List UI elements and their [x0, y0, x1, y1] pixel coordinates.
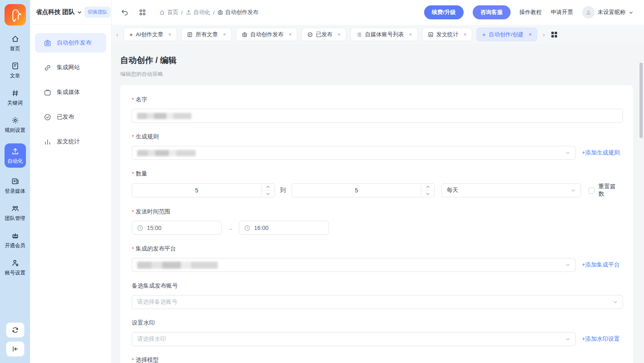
- chevron-down-icon[interactable]: [77, 10, 82, 15]
- close-icon[interactable]: ×: [223, 31, 226, 37]
- time-start-picker[interactable]: 15:00: [132, 221, 222, 235]
- add-watermark-link[interactable]: +添加水印设置: [582, 335, 620, 343]
- select-placeholder: 请选择水印: [137, 335, 166, 343]
- quantity-to-input[interactable]: [292, 184, 434, 197]
- sidebar-item-articles[interactable]: 文章: [10, 62, 20, 80]
- tab-auto-create-new[interactable]: + 自动创作/创建 ×: [476, 28, 537, 41]
- close-icon[interactable]: ×: [338, 31, 341, 37]
- check-circle-icon: [44, 113, 51, 121]
- reset-count-checkbox[interactable]: 重置篇数: [588, 183, 621, 198]
- rule-select[interactable]: [132, 146, 576, 160]
- sidebar-item-keywords[interactable]: 关键词: [7, 89, 23, 107]
- user-menu[interactable]: 未设置昵称: [582, 6, 634, 19]
- sidebar-item-rules[interactable]: 规则设置: [5, 116, 26, 134]
- chevron-down-icon: [613, 300, 618, 304]
- increment-button[interactable]: [261, 184, 275, 190]
- field-label: 设置水印: [132, 319, 155, 327]
- sidebar-item-account[interactable]: 账号设置: [5, 259, 26, 276]
- sidebar-item-login-media[interactable]: 登录媒体: [5, 177, 26, 195]
- field-quantity: *数量 到: [132, 170, 621, 198]
- tab-label: 自动创作/创建: [489, 31, 524, 38]
- close-icon[interactable]: ×: [168, 31, 172, 37]
- sidebar-item-home[interactable]: 首页: [10, 35, 20, 52]
- breadcrumb-home[interactable]: 首页: [159, 9, 178, 16]
- sidebar-item-membership[interactable]: 开通会员: [5, 232, 26, 249]
- decrement-button[interactable]: [261, 190, 275, 197]
- upload-icon: [186, 9, 191, 15]
- field-label: 备选集成发布账号: [132, 282, 178, 290]
- tab-label: 自动创作发布: [250, 31, 284, 38]
- sidebar-item-team[interactable]: 团队管理: [5, 204, 26, 222]
- required-mark: *: [132, 246, 134, 252]
- switch-team-button[interactable]: 切换团队: [84, 7, 111, 18]
- close-icon[interactable]: ×: [464, 31, 467, 37]
- auto-publish-icon: [242, 32, 247, 37]
- invoice-link[interactable]: 申请开票: [551, 9, 573, 16]
- redacted-value: [137, 113, 191, 119]
- add-platform-link[interactable]: +添加集成平台: [582, 261, 620, 269]
- close-icon[interactable]: ×: [409, 31, 412, 37]
- team-name[interactable]: 省点科技 团队: [36, 8, 75, 16]
- sidebar-item-automation[interactable]: 自动化: [5, 143, 26, 168]
- refresh-button[interactable]: [6, 323, 24, 337]
- undo-icon[interactable]: [121, 9, 128, 16]
- subnav-integrated-media[interactable]: 集成媒体: [35, 82, 106, 102]
- collapse-sidebar-button[interactable]: [6, 342, 24, 356]
- decrement-button[interactable]: [421, 190, 434, 197]
- quantity-from-input[interactable]: [132, 184, 275, 197]
- required-mark: *: [132, 208, 134, 215]
- tab-media-account-list[interactable]: 自媒体账号列表 ×: [350, 28, 418, 41]
- subnav-post-stats[interactable]: 发文统计: [35, 132, 106, 152]
- tab-auto-create-publish[interactable]: 自动创作发布 ×: [236, 28, 298, 41]
- renew-upgrade-button[interactable]: 续费/升级: [424, 5, 464, 19]
- subnav-label: 自动创作发布: [57, 39, 91, 47]
- tab-label: 所有文章: [196, 31, 218, 38]
- subnav-auto-create-publish[interactable]: 自动创作发布: [35, 33, 106, 53]
- chevron-down-icon: [565, 150, 570, 155]
- add-rule-link[interactable]: +添加生成规则: [582, 149, 620, 157]
- required-mark: *: [132, 133, 134, 140]
- tab-all-articles[interactable]: 所有文章 ×: [181, 28, 232, 41]
- tab-label: AI创作文章: [136, 31, 163, 38]
- field-label: 选择模型: [135, 356, 159, 363]
- tab-overview-icon[interactable]: [551, 31, 558, 38]
- watermark-select[interactable]: 请选择水印: [132, 332, 576, 346]
- redacted-value: [137, 262, 218, 269]
- app-logo[interactable]: [5, 4, 26, 26]
- field-watermark: 设置水印 请选择水印 +添加水印设置: [132, 319, 621, 346]
- close-icon[interactable]: ×: [289, 31, 292, 37]
- sidebar-item-label: 规则设置: [5, 127, 26, 134]
- collapse-left-icon: [12, 345, 19, 353]
- tab-published[interactable]: 已发布 ×: [301, 28, 346, 41]
- auto-publish-icon: [217, 9, 223, 15]
- breadcrumb-current[interactable]: 自动创作发布: [217, 9, 259, 16]
- field-name: *名字: [132, 96, 621, 123]
- tab-post-stats[interactable]: 发文统计 ×: [422, 28, 473, 41]
- scrollbar-thumb[interactable]: [639, 63, 643, 138]
- period-value: 每天: [447, 187, 458, 194]
- tab-ai-create-article[interactable]: + AI创作文章 ×: [124, 28, 177, 41]
- contact-support-button[interactable]: 咨询客服: [473, 5, 511, 19]
- tutorial-link[interactable]: 操作教程: [520, 9, 542, 16]
- redacted-value: [137, 150, 196, 156]
- tab-scroll-left[interactable]: ‹: [115, 31, 119, 38]
- tab-label: 发文统计: [436, 31, 459, 38]
- breadcrumb-automation[interactable]: 自动化: [186, 9, 210, 16]
- goose-pencil-logo-icon: [8, 7, 22, 22]
- platform-select[interactable]: [132, 258, 576, 272]
- top-header: 首页 / 自动化 / 自动创作发布 续费/升级 咨询客服 操作教程 申请开票 未…: [112, 0, 644, 25]
- backup-accounts-select[interactable]: 请选择备选账号: [132, 295, 623, 309]
- increment-button[interactable]: [421, 184, 434, 190]
- form-card: *名字 *生成规则 +添加生成规则 *数量: [120, 85, 633, 363]
- name-input[interactable]: [132, 109, 623, 123]
- page-subtitle: 编辑您的自动策略: [120, 70, 633, 78]
- time-end-picker[interactable]: 16:00: [239, 221, 329, 235]
- tab-scroll-right[interactable]: ›: [541, 31, 546, 38]
- period-select[interactable]: 每天: [441, 183, 581, 197]
- close-icon[interactable]: ×: [529, 31, 532, 37]
- subnav-integrated-sites[interactable]: 集成网站: [35, 58, 106, 77]
- page-content: 自动创作 / 编辑 编辑您的自动策略 *名字 *生成规则 +添加生成规则: [112, 44, 644, 363]
- apps-grid-icon[interactable]: [139, 9, 146, 16]
- to-word-label: 到: [280, 187, 286, 194]
- subnav-published[interactable]: 已发布: [35, 107, 106, 127]
